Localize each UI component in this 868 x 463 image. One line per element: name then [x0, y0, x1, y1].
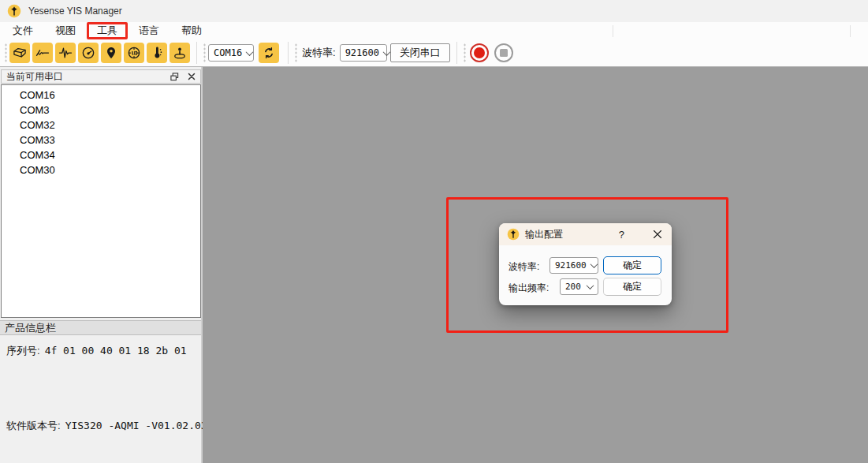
- thermometer-icon: [149, 45, 165, 61]
- toolbar: COM16 波特率: 921600 关闭串口: [0, 39, 868, 67]
- app-logo-icon: [7, 4, 21, 18]
- refresh-arrows-icon: [262, 46, 276, 60]
- serial-number-label: 序列号:: [6, 345, 40, 357]
- close-icon: [653, 230, 662, 239]
- cuboid-3d-icon: [12, 45, 28, 61]
- output-config-dialog: 输出配置 ? 波特率: 921600 确定 输出频率: 200 确定: [499, 223, 672, 305]
- menu-file[interactable]: 文件: [2, 22, 44, 39]
- utc-clock-icon: [126, 45, 142, 61]
- dialog-baud-ok-button[interactable]: 确定: [603, 256, 661, 274]
- port-list-item[interactable]: COM33: [2, 133, 200, 147]
- location-pin-icon: [103, 45, 119, 61]
- gauge-button[interactable]: [78, 43, 99, 63]
- pulse-waveform-icon: [58, 45, 73, 61]
- dialog-rate-label: 输出频率:: [509, 282, 549, 295]
- menu-bar: 文件 视图 工具 语言 帮助: [0, 22, 868, 39]
- serial-port-dock: 当前可用串口 COM16 COM3 COM32 COM33 COM34 COM3…: [0, 67, 203, 463]
- port-list-item[interactable]: COM32: [2, 118, 200, 133]
- product-info-header: 产品信息栏: [0, 320, 201, 335]
- record-icon: [474, 47, 485, 58]
- dialog-help-button[interactable]: ?: [616, 229, 628, 241]
- dialog-rate-value: 200: [565, 282, 581, 292]
- thermometer-button[interactable]: [147, 43, 167, 63]
- port-list-item[interactable]: COM16: [2, 88, 200, 103]
- cuboid-3d-button[interactable]: [9, 43, 30, 63]
- dock-title: 当前可用串口: [6, 70, 162, 84]
- pulse-waveform-button[interactable]: [55, 43, 76, 63]
- refresh-ports-button[interactable]: [259, 43, 279, 63]
- close-serial-port-button[interactable]: 关闭串口: [390, 43, 450, 62]
- toolbar-drag-handle[interactable]: [203, 43, 207, 63]
- gauge-icon: [80, 45, 96, 61]
- firmware-version-value: YIS320 -AQMI -V01.02.03;: [65, 420, 214, 431]
- dock-close-button[interactable]: [188, 73, 196, 80]
- dialog-title-bar[interactable]: 输出配置 ?: [499, 223, 672, 245]
- dialog-title: 输出配置: [525, 228, 616, 241]
- port-list-item[interactable]: COM34: [2, 147, 200, 162]
- dialog-rate-ok-button[interactable]: 确定: [603, 278, 661, 296]
- port-select[interactable]: COM16: [208, 44, 254, 62]
- app-logo-icon: [507, 228, 520, 241]
- float-window-icon: [170, 73, 179, 81]
- available-ports-list: COM16 COM3 COM32 COM33 COM34 COM30: [1, 84, 201, 318]
- joystick-icon: [172, 45, 188, 61]
- chevron-down-icon: [587, 282, 594, 289]
- dialog-rate-select[interactable]: 200: [560, 278, 598, 295]
- firmware-version-row: 软件版本号:YIS320 -AQMI -V01.02.03;: [6, 419, 213, 433]
- toolbar-separator: [288, 42, 289, 64]
- chevron-down-icon: [246, 48, 254, 56]
- menubar-separator: [850, 25, 851, 37]
- dialog-baud-select[interactable]: 921600: [549, 257, 598, 274]
- baud-rate-value: 921600: [345, 47, 379, 58]
- angle-waveform-button[interactable]: [32, 43, 53, 63]
- stop-icon: [500, 49, 508, 57]
- baud-rate-label: 波特率:: [302, 46, 336, 60]
- toolbar-drag-handle[interactable]: [463, 43, 467, 63]
- serial-number-value: 4f 01 00 40 01 18 2b 01: [45, 345, 187, 357]
- dialog-close-button[interactable]: [651, 228, 664, 241]
- menu-language[interactable]: 语言: [128, 22, 170, 39]
- toolbar-drag-handle[interactable]: [4, 43, 8, 63]
- joystick-button[interactable]: [170, 43, 190, 63]
- app-window: Yesense YIS Manager 文件 视图 工具 语言 帮助: [0, 0, 868, 463]
- port-select-value: COM16: [214, 47, 242, 58]
- dialog-baud-label: 波特率:: [509, 260, 539, 274]
- serial-number-row: 序列号:4f 01 00 40 01 18 2b 01: [6, 344, 187, 358]
- window-title: Yesense YIS Manager: [28, 6, 122, 17]
- chevron-down-icon: [383, 48, 391, 56]
- baud-rate-select[interactable]: 921600: [340, 44, 387, 62]
- port-list-item[interactable]: COM3: [2, 103, 200, 118]
- toolbar-separator: [456, 42, 457, 64]
- toolbar-drag-handle[interactable]: [294, 43, 298, 63]
- toolbar-separator: [196, 42, 197, 64]
- firmware-version-label: 软件版本号:: [6, 420, 61, 431]
- angle-waveform-icon: [35, 45, 50, 61]
- menu-view[interactable]: 视图: [44, 22, 87, 39]
- dock-header: 当前可用串口: [1, 69, 201, 84]
- stop-button[interactable]: [494, 43, 513, 62]
- dock-float-button[interactable]: [170, 73, 179, 81]
- close-icon: [188, 73, 196, 80]
- dialog-baud-value: 921600: [555, 260, 587, 271]
- chevron-down-icon: [590, 260, 598, 268]
- utc-clock-button[interactable]: [124, 43, 144, 63]
- title-bar: Yesense YIS Manager: [0, 0, 868, 22]
- location-pin-button[interactable]: [101, 43, 121, 63]
- menu-help[interactable]: 帮助: [170, 22, 213, 39]
- record-button[interactable]: [470, 43, 489, 62]
- main-workspace: 输出配置 ? 波特率: 921600 确定 输出频率: 200 确定: [203, 67, 868, 463]
- port-list-item[interactable]: COM30: [2, 162, 200, 177]
- menubar-separator: [613, 25, 613, 37]
- menu-tools[interactable]: 工具: [87, 22, 128, 39]
